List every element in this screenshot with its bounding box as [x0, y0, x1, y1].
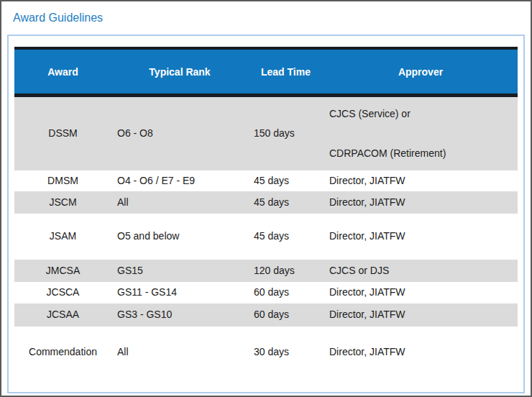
cell-award: DMSM: [14, 170, 111, 191]
table-row: JCSCAGS11 - GS1460 daysDirector, JIATFW: [14, 282, 518, 304]
cell-award: JSAM: [14, 214, 111, 260]
approver-line: Director, JIATFW: [329, 175, 512, 187]
cell-award: JMCSA: [14, 260, 111, 282]
approver-line: Director, JIATFW: [329, 196, 512, 209]
cell-approver: CJCS (Service) orCDRPACOM (Retirement): [324, 96, 518, 170]
cell-award: JSCM: [14, 191, 111, 214]
cell-approver: Director, JIATFW: [324, 214, 518, 260]
cell-typical-rank: All: [111, 191, 248, 214]
cell-typical-rank: O5 and below: [111, 214, 248, 260]
cell-award: DSSM: [14, 96, 111, 170]
award-guidelines-table: Award Typical Rank Lead Time Approver DS…: [14, 47, 518, 378]
table-row: DMSMO4 - O6 / E7 - E945 daysDirector, JI…: [14, 170, 518, 191]
cell-approver: CJCS or DJS: [324, 260, 518, 282]
cell-lead-time: 30 days: [248, 327, 324, 378]
cell-typical-rank: GS11 - GS14: [111, 282, 248, 304]
cell-typical-rank: O6 - O8: [111, 96, 248, 170]
cell-lead-time: 60 days: [248, 282, 324, 304]
table-body: DSSMO6 - O8150 daysCJCS (Service) orCDRP…: [14, 96, 518, 378]
approver-line: Director, JIATFW: [329, 286, 512, 298]
cell-typical-rank: GS3 - GS10: [111, 304, 248, 327]
page-title: Award Guidelines: [13, 12, 103, 24]
cell-award: JCSCA: [14, 282, 111, 304]
table-row: JCSAAGS3 - GS1060 daysDirector, JIATFW: [14, 304, 518, 327]
award-guidelines-panel: Award Typical Rank Lead Time Approver DS…: [7, 35, 525, 393]
cell-approver: Director, JIATFW: [324, 282, 518, 304]
cell-approver: Director, JIATFW: [324, 170, 518, 191]
approver-line: CJCS (Service) or: [329, 108, 512, 120]
cell-approver: Director, JIATFW: [324, 327, 518, 378]
table-row: JSCMAll45 daysDirector, JIATFW: [14, 191, 518, 214]
header-row: Award Typical Rank Lead Time Approver: [14, 48, 518, 96]
table-row: JMCSAGS15120 daysCJCS or DJS: [14, 260, 518, 282]
cell-typical-rank: GS15: [111, 260, 248, 282]
approver-line: CJCS or DJS: [329, 265, 512, 277]
approver-line: Director, JIATFW: [329, 230, 512, 242]
cell-lead-time: 45 days: [248, 214, 324, 260]
cell-lead-time: 45 days: [248, 191, 324, 214]
approver-line: CDRPACOM (Retirement): [329, 147, 512, 160]
column-header-typical-rank: Typical Rank: [111, 48, 248, 96]
column-header-lead-time: Lead Time: [248, 48, 324, 96]
cell-lead-time: 150 days: [248, 96, 324, 170]
column-header-approver: Approver: [324, 48, 518, 96]
cell-typical-rank: O4 - O6 / E7 - E9: [111, 170, 248, 191]
cell-lead-time: 120 days: [248, 260, 324, 282]
cell-approver: Director, JIATFW: [324, 304, 518, 327]
column-header-award: Award: [14, 48, 111, 96]
approver-line: Director, JIATFW: [329, 346, 512, 358]
cell-award: Commendation: [14, 327, 111, 378]
cell-lead-time: 60 days: [248, 304, 324, 327]
cell-award: JCSAA: [14, 304, 111, 327]
cell-typical-rank: All: [111, 327, 248, 378]
table-row: DSSMO6 - O8150 daysCJCS (Service) orCDRP…: [14, 96, 518, 170]
table-row: CommendationAll30 daysDirector, JIATFW: [14, 327, 518, 378]
page: Award Guidelines Award Typical Rank Lead…: [0, 0, 532, 397]
cell-lead-time: 45 days: [248, 170, 324, 191]
table-row: JSAMO5 and below45 daysDirector, JIATFW: [14, 214, 518, 260]
cell-approver: Director, JIATFW: [324, 191, 518, 214]
approver-line: Director, JIATFW: [329, 309, 512, 321]
table-header: Award Typical Rank Lead Time Approver: [14, 48, 518, 96]
